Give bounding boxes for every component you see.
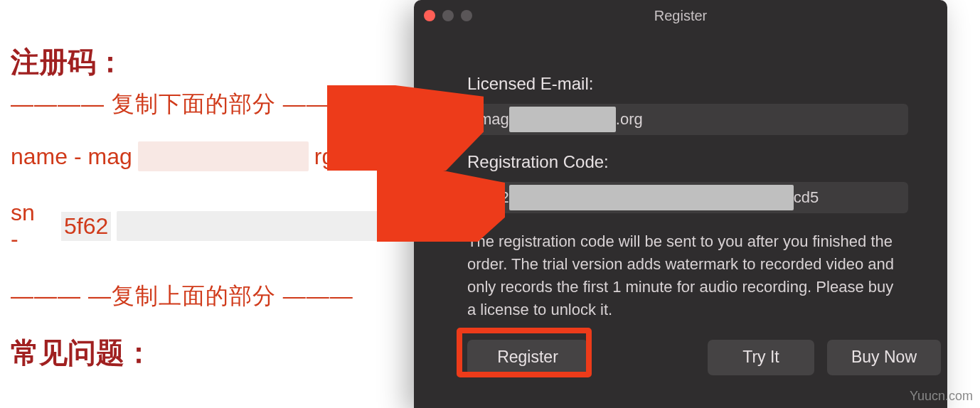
email-prefix: mag bbox=[479, 110, 509, 129]
sn-line: sn - 5f62 2 bbox=[11, 200, 409, 252]
try-it-button[interactable]: Try It bbox=[708, 340, 814, 375]
code-suffix: cd5 bbox=[794, 188, 819, 207]
close-icon[interactable] bbox=[424, 10, 435, 21]
sn-prefix: 5f62 bbox=[61, 212, 111, 241]
buy-now-button[interactable]: Buy Now bbox=[827, 340, 941, 375]
email-label: Licensed E-mail: bbox=[467, 74, 894, 94]
name-suffix: rg bbox=[314, 144, 334, 170]
minimize-icon[interactable] bbox=[442, 10, 454, 21]
maximize-icon[interactable] bbox=[461, 10, 472, 21]
redacted-sn bbox=[117, 211, 385, 241]
sn-label: sn - bbox=[11, 200, 45, 252]
email-suffix: .org bbox=[616, 110, 643, 129]
watermark: Yuucn.com bbox=[910, 389, 973, 404]
redacted-code bbox=[509, 185, 794, 210]
traffic-lights bbox=[424, 10, 472, 21]
copy-above-marker: ——— —复制上面的部分 ——— bbox=[11, 281, 409, 312]
redacted-email bbox=[509, 107, 616, 132]
copy-below-marker: ———— 复制下面的部分 ——— bbox=[11, 89, 409, 120]
code-label: Registration Code: bbox=[467, 152, 894, 172]
window-title: Register bbox=[654, 8, 707, 24]
email-field[interactable]: mag .org bbox=[467, 104, 908, 135]
code-prefix: 5f62 bbox=[479, 188, 509, 207]
register-button[interactable]: Register bbox=[467, 340, 588, 375]
info-text: The registration code will be sent to yo… bbox=[467, 230, 894, 321]
redacted-name bbox=[138, 141, 309, 171]
code-field[interactable]: 5f62 cd5 bbox=[467, 182, 908, 213]
name-line: name - mag rg bbox=[11, 141, 409, 171]
register-window: Register Licensed E-mail: mag .org Regis… bbox=[414, 0, 947, 408]
button-row: Register Try It Buy Now bbox=[467, 340, 894, 375]
sn-suffix: 2 bbox=[390, 212, 409, 241]
instructions-panel: 注册码： ———— 复制下面的部分 ——— name - mag rg sn -… bbox=[11, 43, 409, 372]
window-body: Licensed E-mail: mag .org Registration C… bbox=[414, 31, 947, 375]
heading-registration-code: 注册码： bbox=[11, 43, 409, 82]
heading-faq: 常见问题： bbox=[11, 333, 409, 372]
name-label: name - mag bbox=[11, 144, 132, 170]
titlebar[interactable]: Register bbox=[414, 0, 947, 31]
